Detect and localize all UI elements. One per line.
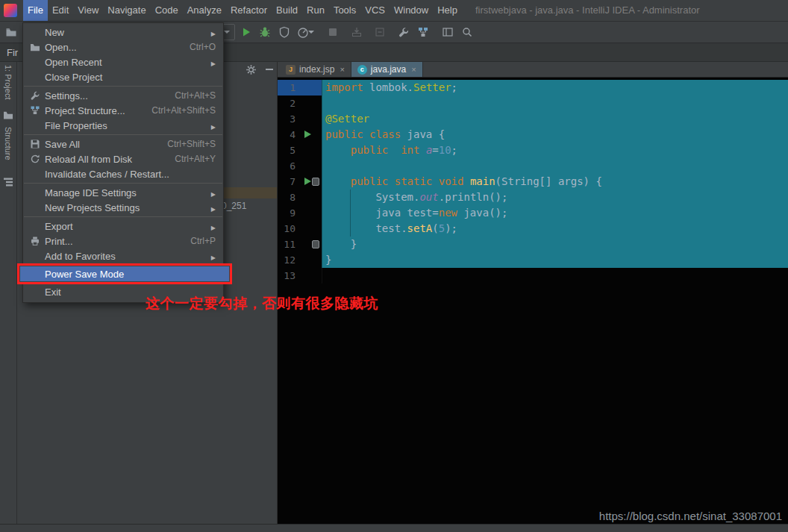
menubar-item-code[interactable]: Code (151, 0, 183, 21)
run-with-coverage-icon[interactable] (277, 25, 292, 40)
code-token: public int (351, 144, 426, 156)
open-in-new-icon (372, 25, 387, 40)
search-everywhere-icon[interactable] (460, 25, 475, 40)
line-number: 13 (279, 268, 296, 284)
code-token: ); (445, 222, 457, 234)
code-text[interactable] (322, 268, 788, 284)
gutter-cell[interactable]: 2 (278, 96, 322, 111)
gutter-cell[interactable]: 7 (278, 174, 322, 190)
menu-item-manage-ide-settings[interactable]: Manage IDE Settings (23, 185, 223, 200)
run-gutter-icon[interactable] (304, 178, 311, 185)
menu-item-export[interactable]: Export (23, 219, 223, 234)
tool-window-button-structure[interactable]: Structure (4, 127, 13, 160)
code-text[interactable]: import lombok.Setter; (322, 80, 788, 96)
run-icon[interactable] (239, 25, 254, 40)
intellij-logo-icon (4, 4, 17, 17)
gutter-cell[interactable]: 12 (278, 252, 322, 268)
code-text[interactable]: public static void main(String[] args) { (322, 174, 788, 190)
gear-icon[interactable] (245, 63, 257, 75)
code-line: 10 test.setA(5); (278, 221, 788, 237)
tab-java-java[interactable]: c java.java (351, 62, 423, 77)
gutter-cell[interactable]: 11 (278, 237, 322, 252)
menu-item-file-properties[interactable]: File Properties (23, 118, 223, 133)
code-text[interactable]: System.out.println(); (322, 190, 788, 205)
gutter-marker-icon[interactable] (312, 240, 319, 248)
run-gutter-icon[interactable] (304, 131, 311, 138)
project-folder-icon[interactable] (3, 110, 13, 120)
gutter-cell[interactable]: 13 (278, 268, 322, 284)
breadcrumb[interactable]: Fir (7, 47, 18, 58)
hide-panel-icon[interactable] (263, 63, 275, 75)
gutter-marker-icon[interactable] (312, 178, 319, 186)
menubar-item-vcs[interactable]: VCS (360, 0, 390, 21)
menubar-item-navigate[interactable]: Navigate (103, 0, 150, 21)
menubar-item-window[interactable]: Window (390, 0, 433, 21)
menu-item-open-recent[interactable]: Open Recent (23, 54, 223, 69)
code-text[interactable]: @Setter (322, 111, 788, 127)
code-text[interactable]: } (322, 237, 788, 252)
line-number: 7 (279, 174, 296, 190)
menubar-item-run[interactable]: Run (302, 0, 329, 21)
menu-item-close-project[interactable]: Close Project (23, 69, 223, 84)
debug-icon[interactable] (257, 25, 272, 40)
menu-item-new[interactable]: New (23, 25, 223, 40)
code-token: Setter (413, 81, 451, 93)
code-token: @Setter (325, 113, 369, 125)
gutter-cell[interactable]: 5 (278, 143, 322, 158)
code-line: 3 @Setter (278, 111, 788, 127)
open-folder-icon[interactable] (4, 25, 19, 40)
code-text[interactable]: public int a=10; (322, 143, 788, 158)
menubar-item-build[interactable]: Build (272, 0, 302, 21)
menubar-item-file[interactable]: File (23, 0, 48, 21)
code-text[interactable] (322, 158, 788, 174)
menubar-item-view[interactable]: View (73, 0, 103, 21)
line-number: 2 (279, 96, 296, 111)
code-text[interactable]: java test=new java(); (322, 205, 788, 221)
menubar-item-edit[interactable]: Edit (48, 0, 73, 21)
gutter-cell[interactable]: 1 (278, 80, 322, 96)
menubar-item-analyze[interactable]: Analyze (183, 0, 226, 21)
code-token: } (325, 238, 357, 250)
tab-index-jsp[interactable]: J index.jsp (280, 62, 351, 77)
gutter-cell[interactable]: 8 (278, 190, 322, 205)
menu-item-save-all[interactable]: Save AllCtrl+Shift+S (23, 137, 223, 151)
menu-item-reload-all-from-disk[interactable]: Reload All from DiskCtrl+Alt+Y (23, 151, 223, 166)
menu-item-new-projects-settings[interactable]: New Projects Settings (23, 200, 223, 215)
code-token: 10 (439, 144, 451, 156)
menu-item-power-save-mode[interactable]: Power Save Mode (20, 266, 229, 281)
menubar-item-help[interactable]: Help (433, 0, 462, 21)
tool-window-button-project[interactable]: 1: Project (4, 65, 13, 99)
layout-editor-icon[interactable] (440, 25, 455, 40)
profiler-caret-icon[interactable] (307, 25, 315, 40)
menu-item-project-structure[interactable]: Project Structure...Ctrl+Alt+Shift+S (23, 103, 223, 118)
structure-tool-icon[interactable] (3, 177, 13, 187)
gutter-cell[interactable]: 3 (278, 111, 322, 127)
gutter-cell[interactable]: 4 (278, 127, 322, 143)
menu-item-invalidate-caches[interactable]: Invalidate Caches / Restart... (23, 166, 223, 181)
gutter-cell[interactable]: 9 (278, 205, 322, 221)
close-tab-icon[interactable] (411, 65, 416, 74)
project-structure-icon[interactable] (416, 25, 431, 40)
tree-selected-row[interactable] (224, 187, 277, 198)
menu-item-add-to-favorites[interactable]: Add to Favorites (23, 248, 223, 263)
line-number: 3 (279, 111, 296, 127)
code-text[interactable] (322, 96, 788, 111)
gutter-cell[interactable]: 6 (278, 158, 322, 174)
line-number: 9 (279, 205, 296, 221)
tree-item-label[interactable]: 0_251 (222, 201, 246, 211)
menubar-item-refactor[interactable]: Refactor (226, 0, 272, 21)
code-line: 11 } (278, 237, 788, 252)
menubar-item-tools[interactable]: Tools (329, 0, 360, 21)
code-line: 6 (278, 158, 788, 174)
code-line: 9 java test=new java(); (278, 205, 788, 221)
menu-item-print[interactable]: Print...Ctrl+P (23, 234, 223, 248)
code-text[interactable]: public class java { (322, 127, 788, 143)
menu-item-open[interactable]: Open...Ctrl+O (23, 40, 223, 54)
menu-item-settings[interactable]: Settings...Ctrl+Alt+S (23, 88, 223, 103)
code-token: lombok. (369, 81, 413, 93)
code-text[interactable]: } (322, 252, 788, 268)
settings-wrench-icon[interactable] (396, 25, 411, 40)
close-tab-icon[interactable] (340, 65, 344, 74)
code-text[interactable]: test.setA(5); (322, 221, 788, 237)
gutter-cell[interactable]: 10 (278, 221, 322, 237)
